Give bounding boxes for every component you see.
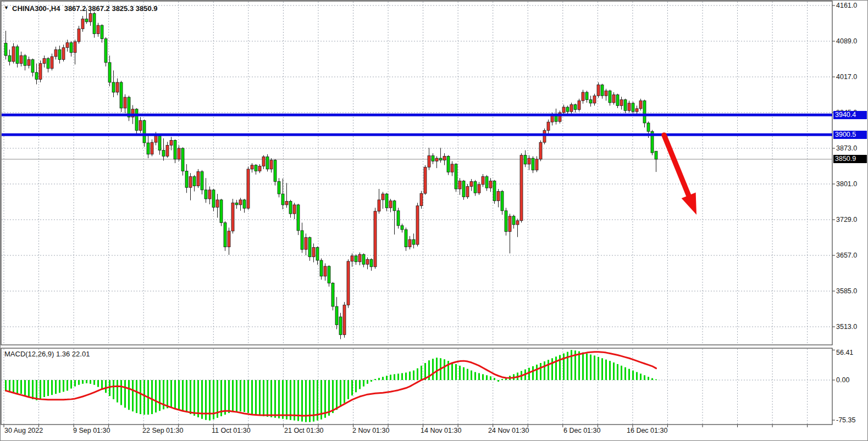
candle	[401, 226, 403, 230]
candle	[482, 176, 484, 184]
candle	[224, 222, 226, 247]
candle	[589, 100, 592, 103]
candle	[389, 201, 392, 208]
candle	[524, 155, 527, 164]
candle	[20, 55, 23, 63]
candle	[308, 238, 311, 257]
candle	[51, 57, 53, 69]
candle	[355, 256, 357, 262]
candle	[181, 148, 184, 171]
candle	[62, 48, 65, 60]
horizontal-line-objects[interactable]	[2, 115, 832, 135]
candle	[620, 100, 623, 106]
ohlc-values-label: 3867.2 3867.2 3825.3 3850.9	[64, 4, 158, 13]
candle	[470, 181, 473, 186]
candle	[93, 13, 96, 34]
candle	[520, 155, 523, 221]
macd-signal-line	[6, 352, 656, 416]
candle	[432, 156, 434, 161]
candle	[220, 200, 223, 223]
candle	[139, 120, 142, 130]
candle	[328, 266, 330, 283]
candle	[85, 19, 88, 21]
candle	[185, 171, 188, 188]
candle	[639, 101, 642, 108]
candle	[462, 181, 465, 197]
candle	[305, 238, 307, 250]
candle	[258, 166, 261, 171]
time-axis-label: 22 Sep 01:30	[142, 427, 183, 434]
candle	[447, 156, 450, 172]
candle	[97, 25, 99, 34]
candle	[178, 148, 180, 159]
candle	[74, 42, 76, 53]
candle	[170, 141, 173, 146]
candle	[609, 91, 611, 103]
candle	[562, 107, 565, 113]
hline-price-badge: 3940.4	[833, 111, 867, 119]
chart-title: CHINA300-,H4 3867.2 3867.2 3825.3 3850.9	[12, 4, 158, 13]
candle	[301, 231, 303, 249]
candle	[235, 203, 238, 205]
chart-canvas[interactable]	[0, 0, 868, 441]
candle	[578, 101, 580, 109]
candle	[351, 256, 353, 261]
candle	[231, 203, 234, 231]
candle	[8, 55, 11, 62]
candle	[158, 136, 161, 150]
candle	[204, 190, 207, 199]
time-axis-label: 30 Aug 2022	[4, 427, 43, 434]
candle	[270, 160, 273, 169]
macd-axis-label: 0.00	[836, 376, 849, 384]
candle	[574, 105, 577, 110]
candle	[528, 158, 530, 164]
candles-series[interactable]	[4, 8, 657, 339]
candle	[31, 59, 34, 72]
candle	[43, 59, 46, 64]
candle	[378, 200, 380, 211]
candle	[47, 59, 49, 69]
candle	[108, 63, 111, 82]
candle	[508, 216, 511, 232]
price-axis-label: 3513.0	[836, 323, 857, 331]
candle	[101, 25, 103, 38]
candle	[582, 92, 584, 101]
candle	[251, 165, 253, 169]
symbol-dropdown-icon[interactable]: ▼	[4, 5, 9, 10]
candle	[366, 259, 369, 264]
candle	[35, 72, 38, 80]
candle	[570, 105, 573, 112]
candle	[151, 142, 153, 154]
price-axis-label: 3873.0	[836, 144, 857, 152]
price-axis-label: 3585.0	[836, 287, 857, 295]
candle	[116, 82, 119, 92]
candle	[505, 211, 507, 232]
trend-arrow-object[interactable]	[664, 135, 696, 215]
candle	[201, 171, 203, 189]
candle	[166, 146, 169, 157]
candle	[532, 158, 534, 170]
candle	[497, 192, 500, 201]
candle	[89, 13, 92, 21]
candle	[112, 82, 115, 92]
candle	[320, 260, 323, 276]
candle	[412, 239, 415, 244]
candle	[478, 185, 480, 193]
time-axis-label: 14 Nov 01:30	[421, 427, 461, 434]
candle	[70, 43, 73, 53]
hline-price-badge: 3900.5	[833, 131, 867, 139]
candle	[124, 97, 126, 108]
candle	[616, 95, 619, 106]
candle	[382, 194, 384, 200]
candle	[374, 211, 377, 267]
candle	[428, 156, 430, 168]
candle	[424, 167, 427, 193]
candle	[255, 165, 257, 171]
candle	[535, 159, 538, 170]
candle	[16, 47, 19, 64]
candle	[516, 221, 519, 225]
candle	[566, 107, 569, 111]
candle	[593, 96, 596, 103]
candle	[27, 59, 30, 65]
candle	[597, 85, 600, 96]
